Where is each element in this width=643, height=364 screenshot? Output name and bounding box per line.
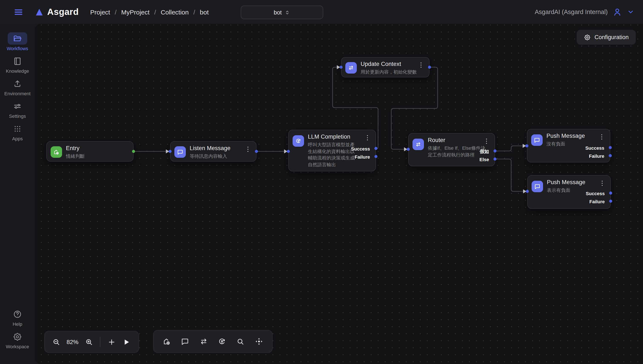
output-port-label: 假如 <box>480 148 489 155</box>
zoom-in-icon <box>85 338 93 346</box>
app-root: Asgard Project / MyProject / Collection … <box>0 0 643 364</box>
menu-button[interactable] <box>13 6 24 17</box>
node-menu-button[interactable] <box>599 180 606 187</box>
sidebar-item-label: Environment <box>4 91 30 96</box>
workflow-selector-value: bot <box>274 9 282 16</box>
zoom-in-button[interactable] <box>83 336 94 348</box>
move-diamond-icon <box>255 337 264 346</box>
swap-arrows-icon <box>199 337 208 346</box>
breadcrumb-bot[interactable]: bot <box>200 8 209 16</box>
sidebar-item-label: Knowledge <box>6 68 29 74</box>
swap-arrows-icon <box>412 139 424 150</box>
add-node-button[interactable] <box>106 336 117 348</box>
output-port-label: Failure <box>355 154 370 160</box>
grid-dots-icon <box>8 122 27 135</box>
account-label: AsgardAI (Asgard Internal) <box>535 8 608 15</box>
breadcrumb: Project / MyProject / Collection / bot <box>90 8 208 16</box>
node-listen[interactable]: Listen Message等待訊息內容輸入 <box>170 141 256 162</box>
account-area: AsgardAI (Asgard Internal) <box>535 7 643 17</box>
book-icon <box>8 55 27 67</box>
node-push_top[interactable]: Push Message沒有負面SuccessFailure <box>527 129 610 162</box>
folder-open-icon <box>8 32 27 45</box>
sidebar-item-label: Workspace <box>6 344 29 349</box>
search-button[interactable] <box>235 336 246 347</box>
sidebar-footer: Help Workspace <box>1 308 34 353</box>
home-plus-icon <box>162 337 171 346</box>
sidebar-item-apps[interactable]: Apps <box>1 122 34 141</box>
node-push_bottom[interactable]: Push Message表示有負面SuccessFailure <box>527 175 611 209</box>
zoom-toolbar: 82% <box>44 331 139 353</box>
output-port-label: Success <box>351 146 370 152</box>
palette-entry-button[interactable] <box>161 336 172 347</box>
sliders-icon <box>8 100 27 112</box>
swap-arrows-icon <box>345 62 357 74</box>
upload-icon <box>8 78 27 90</box>
output-port-label: Success <box>586 190 605 197</box>
run-workflow-button[interactable] <box>121 336 132 348</box>
topbar: Asgard Project / MyProject / Collection … <box>0 0 643 24</box>
output-port-label: Else <box>480 156 489 163</box>
sidebar-item-label: Apps <box>12 136 23 141</box>
palette-message-button[interactable] <box>180 336 190 347</box>
node-title: Push Message <box>546 133 585 139</box>
sidebar-item-label: Settings <box>9 114 26 119</box>
gear-icon <box>8 330 27 343</box>
chat-bubble-icon <box>181 337 189 346</box>
gear-icon <box>584 34 591 40</box>
palette-context-button[interactable] <box>198 336 209 347</box>
sidebar-item-environment[interactable]: Environment <box>1 78 34 96</box>
sidebar-item-workflows[interactable]: Workflows <box>1 32 34 51</box>
sidebar-item-label: Workflows <box>6 46 28 51</box>
brand-logo-icon <box>34 8 44 16</box>
node-menu-button[interactable] <box>244 146 251 153</box>
chevron-down-icon[interactable] <box>627 8 634 16</box>
sidebar-item-workspace[interactable]: Workspace <box>1 330 34 349</box>
output-port-label: Failure <box>589 153 604 160</box>
breadcrumb-project[interactable]: Project <box>90 8 110 16</box>
node-title: LLM Completion <box>308 134 350 140</box>
sidebar-item-settings[interactable]: Settings <box>1 100 34 119</box>
user-icon[interactable] <box>612 7 622 17</box>
node-update_context[interactable]: Update Context用於更新內容，初始化變數 <box>341 57 430 78</box>
workflow-selector[interactable]: bot <box>241 6 323 19</box>
node-subtitle: 呼叫大型語言模型並產生結構化的資料輸出以輔助流程的決策或生成自然語言輸出 <box>308 142 356 168</box>
brand-name: Asgard <box>47 7 79 17</box>
node-menu-button[interactable] <box>598 133 605 141</box>
chat-bubble-icon <box>532 181 543 192</box>
node-subtitle: 表示有負面 <box>547 187 570 194</box>
zoom-out-button[interactable] <box>50 336 62 348</box>
node-llm[interactable]: LLM Completion呼叫大型語言模型並產生結構化的資料輸出以輔助流程的決… <box>288 130 376 171</box>
pan-tool-button[interactable] <box>254 336 265 347</box>
chat-bubble-icon <box>531 134 543 146</box>
palette-llm-button[interactable] <box>217 336 228 347</box>
plus-icon <box>108 338 116 346</box>
node-menu-button[interactable] <box>483 137 490 145</box>
sidebar-item-knowledge[interactable]: Knowledge <box>1 55 34 74</box>
sidebar-item-help[interactable]: Help <box>1 308 34 326</box>
hamburger-icon <box>13 6 24 17</box>
node-title: Router <box>428 137 445 143</box>
node-title: Entry <box>66 145 80 152</box>
search-icon <box>237 338 245 346</box>
configuration-button[interactable]: Configuration <box>577 30 636 45</box>
home-plus-icon <box>50 146 62 158</box>
chat-bubble-icon <box>174 146 186 158</box>
node-subtitle: 沒有負面 <box>546 141 565 147</box>
play-icon <box>123 338 130 346</box>
breadcrumb-myproject[interactable]: MyProject <box>121 8 150 16</box>
node-title: Update Context <box>360 61 401 67</box>
node-title: Push Message <box>547 179 586 186</box>
node-menu-button[interactable] <box>418 61 424 69</box>
node-subtitle: 等待訊息內容輸入 <box>190 153 227 160</box>
node-router[interactable]: Router依據If、Else If、Else條件決定工作流程執行的路徑假如El… <box>408 133 495 166</box>
node-subtitle: 用於更新內容，初始化變數 <box>360 69 417 76</box>
toolbar-divider <box>100 337 100 347</box>
select-chevrons-icon <box>285 10 290 15</box>
llm-refresh-icon <box>292 135 304 147</box>
output-port-label: Failure <box>590 198 605 205</box>
node-entry[interactable]: Entry情緒判斷 <box>46 141 134 162</box>
breadcrumb-collection[interactable]: Collection <box>161 8 189 16</box>
zoom-out-icon <box>52 338 60 346</box>
question-circle-icon <box>8 308 27 320</box>
node-menu-button[interactable] <box>364 134 371 142</box>
